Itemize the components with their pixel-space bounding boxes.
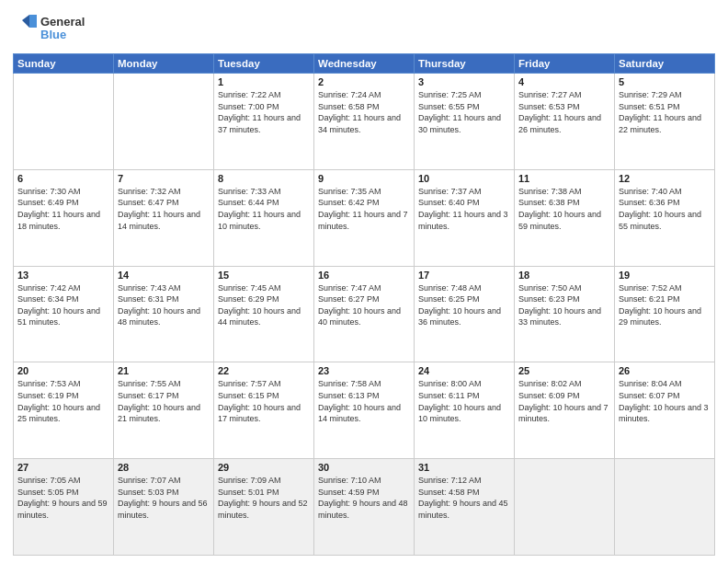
day-cell: 2Sunrise: 7:24 AM Sunset: 6:58 PM Daylig… (314, 74, 415, 170)
weekday-header-saturday: Saturday (615, 54, 715, 74)
day-cell: 8Sunrise: 7:33 AM Sunset: 6:44 PM Daylig… (214, 169, 314, 266)
logo-svg: General Blue (13, 11, 105, 46)
day-info: Sunrise: 7:47 AM Sunset: 6:27 PM Dayligh… (318, 282, 410, 328)
day-number: 28 (118, 462, 210, 473)
day-number: 20 (17, 365, 109, 376)
day-number: 26 (619, 365, 711, 376)
day-number: 13 (17, 270, 109, 281)
day-info: Sunrise: 7:58 AM Sunset: 6:13 PM Dayligh… (318, 378, 410, 424)
day-cell: 29Sunrise: 7:09 AM Sunset: 5:01 PM Dayli… (214, 459, 314, 556)
day-info: Sunrise: 7:05 AM Sunset: 5:05 PM Dayligh… (17, 475, 109, 521)
day-info: Sunrise: 7:37 AM Sunset: 6:40 PM Dayligh… (418, 186, 510, 232)
week-row-3: 13Sunrise: 7:42 AM Sunset: 6:34 PM Dayli… (14, 266, 715, 362)
day-cell: 20Sunrise: 7:53 AM Sunset: 6:19 PM Dayli… (14, 362, 114, 459)
day-info: Sunrise: 7:48 AM Sunset: 6:25 PM Dayligh… (418, 282, 510, 328)
day-cell: 22Sunrise: 7:57 AM Sunset: 6:15 PM Dayli… (214, 362, 314, 459)
day-cell: 21Sunrise: 7:55 AM Sunset: 6:17 PM Dayli… (114, 362, 214, 459)
day-cell: 18Sunrise: 7:50 AM Sunset: 6:23 PM Dayli… (515, 266, 615, 362)
day-info: Sunrise: 8:00 AM Sunset: 6:11 PM Dayligh… (418, 378, 510, 424)
day-cell: 7Sunrise: 7:32 AM Sunset: 6:47 PM Daylig… (114, 169, 214, 266)
day-info: Sunrise: 7:32 AM Sunset: 6:47 PM Dayligh… (118, 186, 210, 232)
day-cell: 25Sunrise: 8:02 AM Sunset: 6:09 PM Dayli… (515, 362, 615, 459)
day-cell: 4Sunrise: 7:27 AM Sunset: 6:53 PM Daylig… (515, 74, 615, 170)
day-info: Sunrise: 7:24 AM Sunset: 6:58 PM Dayligh… (318, 89, 410, 135)
day-info: Sunrise: 7:38 AM Sunset: 6:38 PM Dayligh… (518, 186, 610, 232)
day-number: 9 (318, 173, 410, 184)
day-info: Sunrise: 7:33 AM Sunset: 6:44 PM Dayligh… (218, 186, 310, 232)
week-row-5: 27Sunrise: 7:05 AM Sunset: 5:05 PM Dayli… (14, 459, 715, 556)
weekday-header-monday: Monday (114, 54, 214, 74)
day-number: 23 (318, 365, 410, 376)
day-cell (14, 74, 114, 170)
weekday-header-wednesday: Wednesday (314, 54, 415, 74)
day-number: 5 (619, 76, 711, 87)
day-number: 12 (619, 173, 711, 184)
day-info: Sunrise: 7:45 AM Sunset: 6:29 PM Dayligh… (218, 282, 310, 328)
day-cell: 26Sunrise: 8:04 AM Sunset: 6:07 PM Dayli… (615, 362, 715, 459)
calendar-page: General Blue SundayMondayTuesdayWednesda… (0, 0, 728, 563)
day-number: 21 (118, 365, 210, 376)
day-number: 4 (518, 76, 610, 87)
day-cell: 19Sunrise: 7:52 AM Sunset: 6:21 PM Dayli… (615, 266, 715, 362)
day-info: Sunrise: 7:43 AM Sunset: 6:31 PM Dayligh… (118, 282, 210, 328)
day-info: Sunrise: 7:40 AM Sunset: 6:36 PM Dayligh… (619, 186, 711, 232)
day-number: 17 (418, 270, 510, 281)
day-number: 18 (518, 270, 610, 281)
day-info: Sunrise: 7:10 AM Sunset: 4:59 PM Dayligh… (318, 475, 410, 521)
day-cell: 14Sunrise: 7:43 AM Sunset: 6:31 PM Dayli… (114, 266, 214, 362)
day-number: 22 (218, 365, 310, 376)
day-cell: 3Sunrise: 7:25 AM Sunset: 6:55 PM Daylig… (415, 74, 515, 170)
week-row-4: 20Sunrise: 7:53 AM Sunset: 6:19 PM Dayli… (14, 362, 715, 459)
day-info: Sunrise: 8:02 AM Sunset: 6:09 PM Dayligh… (518, 378, 610, 424)
svg-text:Blue: Blue (40, 28, 66, 41)
day-cell: 13Sunrise: 7:42 AM Sunset: 6:34 PM Dayli… (14, 266, 114, 362)
day-cell: 12Sunrise: 7:40 AM Sunset: 6:36 PM Dayli… (615, 169, 715, 266)
day-number: 16 (318, 270, 410, 281)
day-cell (114, 74, 214, 170)
svg-marker-2 (29, 15, 37, 28)
day-cell: 27Sunrise: 7:05 AM Sunset: 5:05 PM Dayli… (14, 459, 114, 556)
day-info: Sunrise: 7:12 AM Sunset: 4:58 PM Dayligh… (418, 475, 510, 521)
day-number: 25 (518, 365, 610, 376)
svg-marker-3 (22, 15, 29, 28)
day-number: 27 (17, 462, 109, 473)
svg-text:General: General (40, 15, 85, 29)
day-number: 3 (418, 76, 510, 87)
day-number: 2 (318, 76, 410, 87)
weekday-header-sunday: Sunday (14, 54, 114, 74)
day-cell: 9Sunrise: 7:35 AM Sunset: 6:42 PM Daylig… (314, 169, 415, 266)
day-number: 11 (518, 173, 610, 184)
day-info: Sunrise: 7:25 AM Sunset: 6:55 PM Dayligh… (418, 89, 510, 135)
day-info: Sunrise: 7:30 AM Sunset: 6:49 PM Dayligh… (17, 186, 109, 232)
day-info: Sunrise: 7:09 AM Sunset: 5:01 PM Dayligh… (218, 475, 310, 521)
day-number: 14 (118, 270, 210, 281)
day-number: 15 (218, 270, 310, 281)
weekday-header-friday: Friday (515, 54, 615, 74)
day-number: 19 (619, 270, 711, 281)
day-cell: 28Sunrise: 7:07 AM Sunset: 5:03 PM Dayli… (114, 459, 214, 556)
day-cell: 11Sunrise: 7:38 AM Sunset: 6:38 PM Dayli… (515, 169, 615, 266)
day-info: Sunrise: 7:07 AM Sunset: 5:03 PM Dayligh… (118, 475, 210, 521)
weekday-header-tuesday: Tuesday (214, 54, 314, 74)
day-number: 29 (218, 462, 310, 473)
day-cell: 1Sunrise: 7:22 AM Sunset: 7:00 PM Daylig… (214, 74, 314, 170)
day-number: 10 (418, 173, 510, 184)
day-cell: 23Sunrise: 7:58 AM Sunset: 6:13 PM Dayli… (314, 362, 415, 459)
day-info: Sunrise: 7:57 AM Sunset: 6:15 PM Dayligh… (218, 378, 310, 424)
day-cell: 10Sunrise: 7:37 AM Sunset: 6:40 PM Dayli… (415, 169, 515, 266)
day-info: Sunrise: 7:42 AM Sunset: 6:34 PM Dayligh… (17, 282, 109, 328)
weekday-header-thursday: Thursday (415, 54, 515, 74)
day-info: Sunrise: 7:35 AM Sunset: 6:42 PM Dayligh… (318, 186, 410, 232)
day-number: 8 (218, 173, 310, 184)
day-number: 1 (218, 76, 310, 87)
day-info: Sunrise: 7:55 AM Sunset: 6:17 PM Dayligh… (118, 378, 210, 424)
day-cell: 31Sunrise: 7:12 AM Sunset: 4:58 PM Dayli… (415, 459, 515, 556)
week-row-2: 6Sunrise: 7:30 AM Sunset: 6:49 PM Daylig… (14, 169, 715, 266)
weekday-header-row: SundayMondayTuesdayWednesdayThursdayFrid… (14, 54, 715, 74)
logo: General Blue (13, 11, 105, 46)
day-number: 7 (118, 173, 210, 184)
day-number: 6 (17, 173, 109, 184)
day-cell (515, 459, 615, 556)
day-info: Sunrise: 7:27 AM Sunset: 6:53 PM Dayligh… (518, 89, 610, 135)
day-cell: 15Sunrise: 7:45 AM Sunset: 6:29 PM Dayli… (214, 266, 314, 362)
